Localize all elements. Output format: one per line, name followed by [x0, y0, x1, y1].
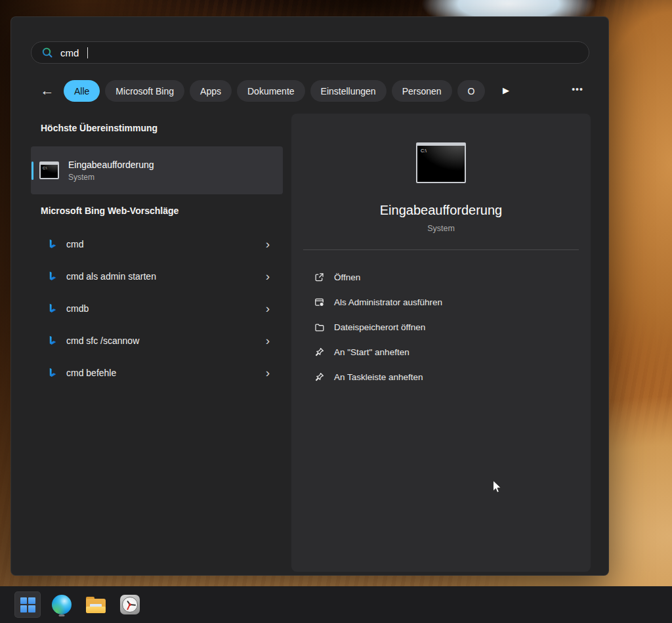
action-open[interactable]: Öffnen: [291, 265, 591, 290]
chevron-right-icon: ›: [266, 238, 270, 250]
edge-icon: [52, 595, 72, 614]
chevron-right-icon: ›: [266, 302, 270, 314]
search-input[interactable]: cmd: [31, 41, 589, 64]
cmd-terminal-icon-large: C:\: [416, 142, 466, 183]
preview-title: Eingabeaufforderung: [291, 203, 591, 218]
edge-taskbar-button[interactable]: [49, 591, 75, 618]
bing-suggestion-cmdb[interactable]: cmdb ›: [31, 292, 275, 324]
run-as-admin-icon: [314, 297, 325, 308]
search-icon: [41, 47, 53, 58]
top-result-title: Eingabeaufforderung: [68, 160, 154, 170]
windows-start-icon: [20, 597, 35, 612]
mouse-cursor: [492, 480, 502, 494]
filter-chip-partial[interactable]: O: [457, 80, 486, 102]
selection-accent-bar: [32, 161, 33, 180]
filter-chip-microsoft-bing[interactable]: Microsoft Bing: [105, 80, 184, 102]
top-match-header: Höchste Übereinstimmung: [41, 123, 158, 133]
folder-icon: [314, 322, 325, 333]
filter-chip-dokumente[interactable]: Dokumente: [237, 80, 305, 102]
bing-icon: [48, 303, 58, 314]
preview-subtitle: System: [291, 224, 591, 233]
action-pin-to-taskbar[interactable]: An Taskleiste anheften: [291, 364, 591, 389]
clock-app-taskbar-button[interactable]: [117, 591, 143, 618]
divider: [303, 249, 579, 250]
bing-icon: [48, 238, 58, 249]
pin-icon: [314, 347, 325, 358]
cmd-terminal-icon: C:\: [39, 161, 59, 179]
bing-suggestion-cmd-befehle[interactable]: cmd befehle ›: [31, 356, 275, 389]
chevron-right-icon: ›: [266, 334, 270, 347]
running-app-indicator: [59, 614, 65, 616]
filter-chip-strip: Alle Microsoft Bing Apps Dokumente Einst…: [64, 79, 488, 102]
filter-chip-alle[interactable]: Alle: [64, 80, 100, 102]
bing-suggestion-cmd-sfc[interactable]: cmd sfc /scannow ›: [31, 324, 275, 356]
filter-chip-einstellungen[interactable]: Einstellungen: [310, 80, 387, 102]
back-button[interactable]: ←: [39, 82, 56, 99]
action-list: Öffnen Als Administrator ausführen Datei…: [291, 265, 591, 389]
chips-scroll-right-icon[interactable]: ▶: [498, 83, 514, 98]
chevron-right-icon: ›: [266, 270, 270, 282]
clock-icon: [120, 595, 140, 614]
bing-suggestion-list: cmd › cmd als admin starten › cmdb › cmd…: [31, 228, 275, 389]
filter-chip-apps[interactable]: Apps: [190, 80, 232, 102]
bing-icon: [48, 335, 58, 346]
top-result-subtitle: System: [68, 173, 154, 182]
top-result-row[interactable]: C:\ Eingabeaufforderung System: [31, 146, 283, 194]
pin-icon: [314, 372, 325, 383]
bing-suggestion-cmd-als-admin[interactable]: cmd als admin starten ›: [31, 260, 275, 292]
filter-chip-personen[interactable]: Personen: [392, 80, 452, 102]
taskbar: [0, 586, 672, 623]
bing-icon: [48, 270, 58, 282]
bing-suggestions-header: Microsoft Bing Web-Vorschläge: [41, 205, 178, 216]
open-external-icon: [314, 272, 325, 283]
result-preview-card: C:\ Eingabeaufforderung System Öffnen Al…: [291, 114, 591, 572]
action-open-file-location[interactable]: Dateispeicherort öffnen: [291, 314, 591, 339]
bing-icon: [48, 367, 58, 378]
bing-suggestion-cmd[interactable]: cmd ›: [31, 228, 275, 260]
start-button[interactable]: [14, 591, 41, 618]
search-flyout-panel: cmd ← Alle Microsoft Bing Apps Dokumente…: [10, 16, 609, 576]
text-caret: [87, 47, 88, 58]
action-pin-to-start[interactable]: An "Start" anheften: [291, 339, 591, 364]
action-run-as-admin[interactable]: Als Administrator ausführen: [291, 290, 591, 314]
more-options-icon[interactable]: •••: [566, 81, 589, 98]
search-query-text: cmd: [60, 47, 79, 58]
file-explorer-taskbar-button[interactable]: [83, 591, 109, 618]
chevron-right-icon: ›: [266, 366, 270, 379]
file-explorer-icon: [86, 597, 106, 613]
